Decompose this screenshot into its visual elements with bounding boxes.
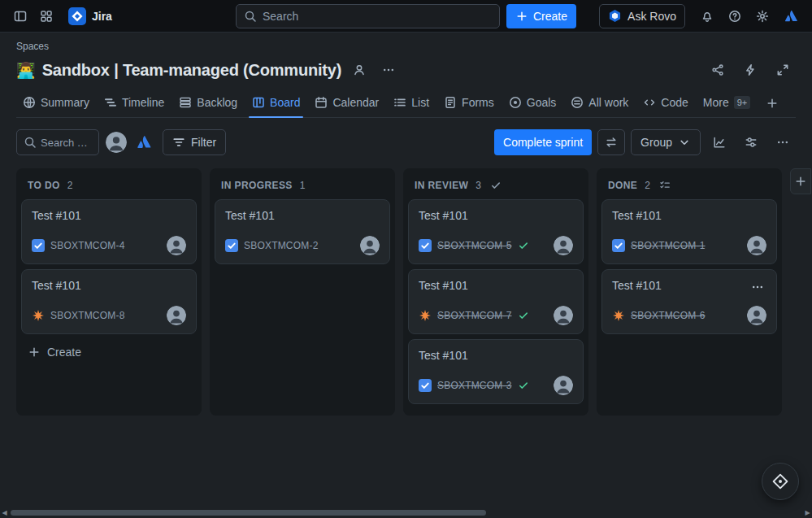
rovo-chat-icon: [771, 472, 790, 491]
card-meta: SBOXTMCOM-5: [419, 236, 573, 255]
board-toolbar: Filter Complete sprint Group: [16, 129, 796, 155]
check-icon: [490, 180, 502, 191]
help-button[interactable]: [723, 4, 747, 28]
share-button[interactable]: [705, 57, 731, 83]
tab-label: Board: [270, 96, 300, 109]
tab-board[interactable]: Board: [245, 89, 306, 117]
assignee-avatar[interactable]: [747, 236, 766, 255]
column-name: IN PROGRESS: [221, 180, 293, 191]
column-create-button[interactable]: Create: [21, 339, 197, 365]
assignee-avatar[interactable]: [167, 306, 186, 325]
resolved-check-icon: [518, 310, 529, 321]
scrollbar-thumb[interactable]: [11, 510, 486, 516]
swap-view-button[interactable]: [597, 129, 625, 155]
kanban-board: TO DO2Test #101SBOXTMCOM-4Test #101SBOXT…: [16, 168, 811, 416]
assignee-avatar[interactable]: [747, 306, 766, 325]
bell-icon: [701, 10, 714, 23]
column-cards: Test #101SBOXTMCOM-2: [215, 199, 390, 264]
more-horizontal-icon: [382, 63, 395, 76]
tab-more[interactable]: More9+: [697, 89, 757, 117]
issue-key: SBOXTMCOM-7: [437, 310, 512, 321]
issue-key: SBOXTMCOM-1: [631, 240, 706, 251]
calendar-icon: [315, 96, 328, 109]
assignee-avatar[interactable]: [554, 306, 573, 325]
rovo-logo-icon: [608, 9, 622, 23]
board-column-in-progress: IN PROGRESS1Test #101SBOXTMCOM-2: [210, 168, 395, 416]
issue-card-sboxtmcom-1[interactable]: Test #101SBOXTMCOM-1: [601, 199, 777, 264]
assignee-avatar[interactable]: [167, 236, 186, 255]
breadcrumb-spaces[interactable]: Spaces: [16, 41, 49, 52]
column-count: 2: [67, 180, 73, 191]
card-more-button[interactable]: [745, 277, 770, 297]
issue-title: Test #101: [419, 279, 573, 292]
complete-sprint-button[interactable]: Complete sprint: [494, 129, 592, 155]
tab-summary[interactable]: Summary: [16, 89, 96, 117]
resolved-check-icon: [518, 240, 529, 251]
scroll-right-arrow[interactable]: ▶: [803, 507, 812, 518]
tab-code[interactable]: Code: [636, 89, 694, 117]
settings-button[interactable]: [750, 4, 775, 28]
issue-card-sboxtmcom-6[interactable]: Test #101SBOXTMCOM-6: [601, 269, 777, 334]
issue-card-sboxtmcom-7[interactable]: Test #101SBOXTMCOM-7: [408, 269, 584, 334]
ask-rovo-button[interactable]: Ask Rovo: [599, 4, 685, 28]
tab-calendar[interactable]: Calendar: [308, 89, 385, 117]
group-by-dropdown[interactable]: Group: [631, 129, 701, 155]
tab-list[interactable]: List: [387, 89, 436, 117]
board-column-todo: TO DO2Test #101SBOXTMCOM-4Test #101SBOXT…: [16, 168, 202, 416]
app-switcher-button[interactable]: [34, 4, 59, 28]
board-search[interactable]: [16, 129, 99, 155]
notifications-button[interactable]: [695, 4, 719, 28]
tab-timeline[interactable]: Timeline: [98, 89, 171, 117]
sidebar-toggle-button[interactable]: [8, 4, 33, 28]
issue-card-sboxtmcom-8[interactable]: Test #101SBOXTMCOM-8: [21, 269, 197, 334]
column-name: IN REVIEW: [415, 180, 468, 191]
tab-goals[interactable]: Goals: [502, 89, 563, 117]
board-more-button[interactable]: [770, 129, 796, 155]
view-settings-button[interactable]: [738, 129, 764, 155]
issue-card-sboxtmcom-2[interactable]: Test #101SBOXTMCOM-2: [215, 199, 390, 264]
automation-button[interactable]: [737, 57, 763, 83]
column-count: 1: [300, 180, 306, 191]
fullscreen-button[interactable]: [770, 57, 796, 83]
column-count: 2: [645, 180, 650, 191]
share-icon: [711, 63, 724, 76]
collaborators-button[interactable]: [348, 59, 371, 81]
global-search-input[interactable]: [263, 10, 492, 23]
top-navigation-bar: Jira Create Ask Rovo: [0, 0, 812, 33]
assignee-filter-avatar[interactable]: [106, 132, 127, 153]
add-view-button[interactable]: [760, 90, 784, 116]
jira-home-link[interactable]: Jira: [60, 7, 120, 25]
expand-icon: [776, 63, 789, 76]
tab-label: More: [703, 96, 729, 109]
project-more-button[interactable]: [377, 59, 400, 81]
tab-forms[interactable]: Forms: [437, 89, 501, 117]
create-button[interactable]: Create: [506, 4, 576, 28]
scroll-left-arrow[interactable]: ◀: [0, 507, 9, 518]
tab-backlog[interactable]: Backlog: [172, 89, 244, 117]
issue-card-sboxtmcom-4[interactable]: Test #101SBOXTMCOM-4: [21, 199, 197, 264]
assignee-avatar[interactable]: [554, 376, 573, 395]
filter-button[interactable]: Filter: [163, 129, 226, 155]
issue-card-sboxtmcom-5[interactable]: Test #101SBOXTMCOM-5: [408, 199, 584, 264]
help-icon: [728, 10, 741, 23]
add-column-button[interactable]: [790, 168, 811, 194]
assignee-avatar[interactable]: [360, 236, 380, 255]
issue-type-task-icon: [32, 239, 45, 252]
column-header: DONE2: [601, 173, 777, 199]
tab-all-work[interactable]: All work: [564, 89, 635, 117]
atlassian-app-avatar[interactable]: [133, 131, 156, 154]
scrollbar-track[interactable]: [9, 507, 803, 518]
issue-card-sboxtmcom-3[interactable]: Test #101SBOXTMCOM-3: [408, 339, 584, 404]
assignee-avatar[interactable]: [554, 236, 573, 255]
card-meta: SBOXTMCOM-7: [419, 306, 573, 325]
insights-button[interactable]: [706, 129, 732, 155]
timeline-icon: [104, 96, 117, 109]
global-search[interactable]: [236, 4, 500, 28]
jira-logo-icon: [68, 7, 86, 25]
gear-icon: [756, 10, 769, 23]
rovo-chat-fab[interactable]: [762, 463, 799, 500]
issue-title: Test #101: [612, 209, 766, 222]
plus-icon: [766, 97, 779, 110]
column-cards: Test #101SBOXTMCOM-1Test #101SBOXTMCOM-6: [601, 199, 777, 334]
board-search-input[interactable]: [41, 137, 92, 149]
